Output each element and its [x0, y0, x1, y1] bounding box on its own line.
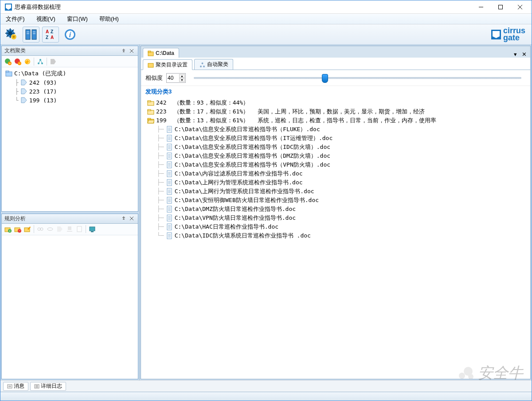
statusbar — [0, 392, 532, 401]
file-row[interactable]: ├─C:\Data\DMZ防火墙日常巡检作业指导书.doc — [143, 205, 528, 214]
spin-up-icon[interactable]: ▲ — [179, 74, 185, 78]
rule-analysis-panel: 规则分析 + − — [1, 214, 138, 380]
svg-text:Z: Z — [46, 35, 48, 40]
tab-close-icon[interactable]: ✕ — [520, 51, 528, 58]
svg-rect-60 — [148, 63, 153, 67]
menu-help[interactable]: 帮助(H) — [98, 14, 121, 24]
svg-point-51 — [40, 228, 43, 230]
svg-rect-122 — [8, 385, 12, 388]
brand-line2: gate — [503, 35, 525, 41]
main-tab[interactable]: C:\Data — [143, 48, 179, 58]
tree-root[interactable]: C:\Data (已完成) — [4, 69, 136, 78]
bottom-tab-messages[interactable]: 消息 — [3, 382, 28, 391]
file-row[interactable]: ├─C:\Data\上网行为管理系统日常巡检作业指导书.doc — [143, 187, 528, 196]
file-row[interactable]: ├─C:\Data\HAC日常巡检作业指导书.doc — [143, 222, 528, 231]
file-row[interactable]: ├─C:\Data\信息安全系统日常巡检指导书（VPN防火墙）.doc — [143, 160, 528, 169]
pin-icon[interactable] — [120, 215, 127, 222]
svg-text:+: + — [9, 230, 11, 233]
minimize-button[interactable] — [471, 1, 491, 13]
main-panel: C:\Data ▾ ✕ 聚类目录设置 自动聚类 相似度 40 — [141, 46, 531, 379]
close-panel-icon[interactable] — [128, 47, 135, 55]
tree-child-199[interactable]: └ 199 (13) — [4, 96, 136, 105]
titlebar: 思睿嘉得数据梳理 — [0, 0, 532, 14]
svg-rect-40 — [6, 71, 9, 72]
menubar: 文件(F) 视图(V) 窗口(W) 帮助(H) — [0, 14, 532, 24]
pin-icon[interactable] — [120, 47, 127, 55]
menu-view[interactable]: 视图(V) — [35, 14, 57, 24]
toolbar-sort[interactable]: AZZA — [42, 27, 59, 43]
svg-rect-55 — [77, 226, 82, 232]
globe-refresh-icon[interactable] — [23, 57, 32, 66]
svg-text:+: + — [9, 62, 11, 65]
doc-cluster-panel: 文档聚类 + − C:\Data (已完 — [1, 46, 138, 212]
slider-thumb[interactable] — [322, 74, 328, 83]
tab-dropdown-icon[interactable]: ▾ — [512, 51, 519, 58]
bottom-tabstrip: 消息 详细日志 — [0, 380, 532, 392]
menu-window[interactable]: 窗口(W) — [65, 14, 90, 24]
file-row[interactable]: ├─C:\Data\安恒明御WEB防火墙日常巡检作业指导书.doc — [143, 196, 528, 205]
file-row[interactable]: ├─C:\Data\信息安全系统日常巡检指导书（IDC防火墙）.doc — [143, 143, 528, 152]
link-icon[interactable] — [36, 225, 45, 234]
globe-remove-icon[interactable]: − — [13, 57, 22, 66]
svg-point-63 — [202, 62, 203, 64]
similarity-input[interactable]: 40 ▲▼ — [166, 73, 186, 83]
svg-rect-53 — [68, 226, 71, 230]
spin-down-icon[interactable]: ▼ — [179, 78, 185, 82]
doc-cluster-tree[interactable]: C:\Data (已完成) ├ 242 (93) ├ 223 (17) └ — [2, 67, 138, 211]
network-icon[interactable] — [36, 57, 45, 66]
cluster-row-223[interactable]: 223（数量：17，相似度：61%）美国，上周，环比，预期，数据，美元，显示，期… — [143, 107, 528, 116]
subtab-dir-settings[interactable]: 聚类目录设置 — [143, 59, 192, 70]
toolbar: AZZA i cirrusgate — [0, 24, 532, 45]
doc-cluster-panel-title: 文档聚类 — [4, 47, 26, 55]
close-panel-icon[interactable] — [128, 215, 135, 222]
window-title: 思睿嘉得数据梳理 — [15, 3, 471, 11]
result-tree[interactable]: 242（数量：93，相似度：44%）223（数量：17，相似度：61%）美国，上… — [141, 97, 530, 379]
toolbar-info[interactable]: i — [62, 27, 78, 43]
folder-remove-icon[interactable]: − — [13, 225, 22, 234]
brand-logo: cirrusgate — [490, 27, 525, 41]
svg-rect-57 — [91, 231, 94, 232]
found-count-header: 发现分类3 — [141, 86, 530, 97]
file-row[interactable]: └─C:\Data\IDC防火墙系统日常巡检作业指导书 .doc — [143, 231, 528, 240]
svg-point-52 — [47, 228, 53, 230]
svg-rect-67 — [148, 109, 151, 111]
tree-child-242[interactable]: ├ 242 (93) — [4, 78, 136, 87]
close-button[interactable] — [510, 1, 530, 13]
stamp-icon[interactable] — [65, 225, 74, 234]
svg-rect-59 — [148, 51, 151, 52]
similarity-slider[interactable] — [194, 77, 521, 79]
doc-cluster-toolbar: + − — [2, 56, 138, 67]
page-icon[interactable] — [75, 225, 84, 234]
tag2-icon[interactable] — [55, 225, 64, 234]
tag-icon[interactable] — [49, 57, 58, 66]
screen-icon[interactable] — [88, 225, 97, 234]
svg-point-61 — [200, 66, 202, 67]
svg-rect-65 — [148, 101, 151, 102]
file-row[interactable]: ├─C:\Data\VPN防火墙日常巡检作业指导书.doc — [143, 214, 528, 222]
maximize-button[interactable] — [491, 1, 510, 13]
svg-text:Z: Z — [51, 29, 53, 34]
file-row[interactable]: ├─C:\Data\上网行为管理系统巡检作业指导书.doc — [143, 178, 528, 187]
file-row[interactable]: ├─C:\Data\信息安全系统日常巡检指导书（FLUKE）.doc — [143, 125, 528, 134]
cluster-row-242[interactable]: 242（数量：93，相似度：44%） — [143, 98, 528, 107]
tree-child-223[interactable]: ├ 223 (17) — [4, 87, 136, 96]
globe-add-icon[interactable]: + — [4, 57, 12, 66]
svg-text:A: A — [51, 35, 54, 40]
rule-analysis-body — [2, 235, 138, 379]
bottom-tab-log[interactable]: 详细日志 — [30, 382, 66, 391]
svg-point-50 — [38, 228, 40, 230]
svg-text:i: i — [69, 31, 71, 39]
toolbar-columns[interactable] — [23, 27, 39, 43]
menu-file[interactable]: 文件(F) — [4, 14, 27, 24]
cluster-row-199[interactable]: 199（数量：13，相似度：61%）系统，巡检，日志，检查，指导书，日常，当前，… — [143, 116, 528, 125]
svg-rect-14 — [32, 30, 36, 39]
file-row[interactable]: ├─C:\Data\信息安全系统日常巡检指导书（DMZ防火墙）.doc — [143, 152, 528, 160]
folder-add-icon[interactable]: + — [4, 225, 12, 234]
chain-icon[interactable] — [46, 225, 55, 234]
folder-edit-icon[interactable] — [23, 225, 32, 234]
app-icon — [5, 4, 12, 11]
subtab-auto-cluster[interactable]: 自动聚类 — [194, 59, 233, 70]
file-row[interactable]: ├─C:\Data\信息安全系统日常巡检指导书（IT运维管理）.doc — [143, 134, 528, 143]
file-row[interactable]: ├─C:\Data\内容过滤系统日常巡检作业指导书.doc — [143, 169, 528, 178]
toolbar-settings[interactable] — [3, 27, 20, 43]
